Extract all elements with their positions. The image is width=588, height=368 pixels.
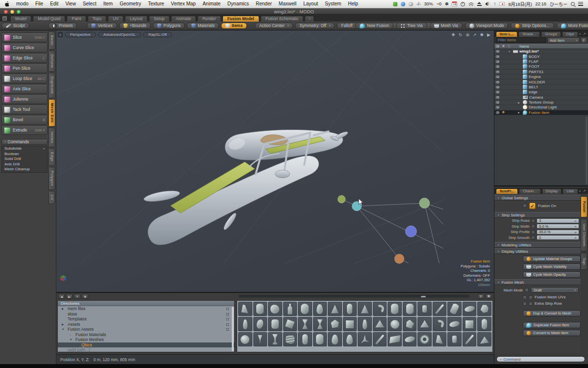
fusion-action-button[interactable]: Dup & Convert to Mesh	[523, 310, 581, 316]
panel-tab-icon[interactable]: +	[579, 32, 581, 36]
apple-icon[interactable]	[5, 1, 11, 7]
utility-button[interactable]: Cycle Mesh Opacity	[523, 271, 581, 278]
expand-arrow-icon[interactable]: ▶	[62, 323, 66, 326]
viewport-mode-pill[interactable]: RayGL:Off	[143, 32, 172, 37]
preset-thumbnail[interactable]	[343, 332, 357, 346]
status-item[interactable]	[401, 2, 405, 6]
viewport-menu-triangle[interactable]: ▼	[58, 32, 63, 37]
menu-item[interactable]: System	[321, 0, 344, 8]
menu-item[interactable]: Dynamics	[224, 0, 252, 8]
eye-icon[interactable]	[496, 91, 499, 93]
browser-nav-button[interactable]: ↰	[74, 294, 80, 299]
preset-thumbnail[interactable]	[343, 317, 357, 331]
preset-thumbnail[interactable]	[298, 332, 312, 346]
drag-handle-icon[interactable]	[226, 328, 229, 331]
preset-thumbnail[interactable]	[417, 302, 432, 316]
preset-thumbnail[interactable]	[477, 332, 491, 346]
status-item[interactable]	[485, 2, 490, 6]
layout-tab[interactable]: Fusion Model	[222, 16, 259, 22]
item-tree-row[interactable]: Camera	[494, 95, 588, 100]
channel-box[interactable]	[531, 236, 535, 239]
tool-button[interactable]: BevelB	[1, 115, 48, 125]
panel-tab[interactable]: Chann...	[519, 188, 540, 194]
preset-thumbnail[interactable]	[373, 317, 387, 331]
fusion-toolbar-button[interactable]: Tree Via	[396, 23, 427, 29]
layout-tab[interactable]: Topo	[88, 16, 106, 22]
section-fusion-mesh[interactable]: ▼Fusion Mesh	[494, 279, 581, 285]
directories-scrollbar[interactable]	[232, 307, 234, 351]
mesh-mode-dropdown[interactable]: Draft▾	[531, 287, 579, 293]
drag-handle-icon[interactable]	[226, 307, 229, 311]
preset-thumbnail[interactable]	[283, 302, 297, 316]
menu-item[interactable]: Geometry	[116, 0, 145, 8]
viewport-icon[interactable]: ↻	[459, 32, 463, 38]
preset-thumbnail[interactable]	[253, 332, 268, 346]
eye-icon[interactable]	[496, 101, 499, 104]
eye-icon[interactable]	[496, 50, 499, 53]
sidebar-category-tab[interactable]: Vertex	[49, 128, 55, 147]
item-tree-row[interactable]: edge	[494, 90, 588, 95]
browser-options-icon[interactable]: ✱	[486, 294, 492, 299]
item-tree-row[interactable]: FOOT	[494, 64, 588, 69]
status-item[interactable]: ひーちー	[550, 1, 567, 7]
properties-side-tab[interactable]: User Channels	[581, 219, 588, 251]
commands-header[interactable]: ▾Commands	[1, 139, 48, 145]
selection-mode-button[interactable]: +Bounds	[119, 23, 151, 29]
tool-button[interactable]: Pen Slice	[1, 63, 48, 73]
directory-row[interactable]: ▶ Assets	[58, 322, 234, 327]
drag-handle-icon[interactable]	[226, 313, 229, 316]
viewport-canvas[interactable]	[56, 30, 494, 292]
menu-item[interactable]: File	[32, 0, 47, 8]
section-display-utilities[interactable]: ▼Display Utilities	[494, 248, 581, 254]
sidebar-category-tab[interactable]: Mesh Edit	[49, 99, 55, 127]
fusion-toolbar-button[interactable]: New Fusion	[355, 23, 393, 29]
tool-dropdown-button[interactable]: Action Center▾	[255, 23, 293, 29]
sidebar-category-tab[interactable]: Basic	[49, 31, 55, 50]
menu-item[interactable]: Select	[79, 0, 100, 8]
status-item[interactable]: ~0	[437, 1, 441, 6]
status-item[interactable]: -/-	[416, 1, 421, 6]
menu-item[interactable]: Item	[100, 0, 116, 8]
sidebar-category-tab[interactable]: Edge	[49, 148, 55, 166]
menu-item[interactable]: Maxwell	[275, 0, 300, 8]
presets-scrollbar[interactable]	[239, 295, 469, 297]
status-item[interactable]	[499, 2, 505, 6]
tool-button[interactable]: SliceShift-C	[1, 32, 48, 42]
item-tree-row[interactable]: BELT	[494, 85, 588, 90]
eye-icon[interactable]	[496, 106, 499, 108]
preset-thumbnail[interactable]	[313, 317, 327, 331]
fusion-toolbar-button[interactable]: Strip Options...	[511, 23, 554, 29]
preset-thumbnail[interactable]	[403, 332, 417, 346]
command-menu-icon[interactable]: ▸	[500, 358, 502, 361]
utility-button[interactable]: Cycle Mesh Visibility	[523, 263, 581, 270]
selection-mode-button[interactable]: Polygons	[153, 23, 185, 29]
status-item[interactable]	[409, 2, 413, 6]
name-column-header[interactable]: Name	[519, 44, 529, 49]
sidebar-category-tab[interactable]: UV	[49, 191, 55, 204]
fusion-node-olive[interactable]	[338, 195, 345, 203]
sidebar-category-tab[interactable]: Deform	[49, 51, 55, 72]
section-strip-settings[interactable]: ▼Strip Settings	[494, 212, 581, 218]
scrollbar-thumb[interactable]	[421, 296, 426, 297]
command-item[interactable]: Solid Drill	[2, 157, 47, 162]
status-item[interactable]	[571, 2, 575, 6]
item-tree-row[interactable]: ▶ Texture Group	[494, 100, 588, 105]
panel-tab[interactable]: Shade...	[518, 31, 540, 37]
directory-row[interactable]: (add path...)	[58, 347, 234, 352]
popout-icon[interactable]: ↗	[583, 189, 586, 193]
item-tree-row[interactable]: ▼ wing2.lxo*	[494, 49, 588, 54]
preset-thumbnail[interactable]	[433, 302, 447, 316]
preset-thumbnail[interactable]	[328, 302, 342, 316]
panel-tab-icon[interactable]: ↗	[583, 32, 586, 36]
preset-thumbnail[interactable]	[283, 332, 297, 346]
preset-thumbnail[interactable]	[328, 317, 342, 331]
fusion-toolbar-button[interactable]: More Fusion...	[557, 23, 588, 29]
directory-row[interactable]: ▶ mem files	[58, 306, 234, 312]
eye-icon[interactable]	[496, 111, 499, 114]
menu-item[interactable]: Layout	[300, 0, 321, 8]
menu-item[interactable]: Animate	[199, 0, 224, 8]
section-modeling-utilities[interactable]: ▼Modeling Utilities	[494, 242, 581, 248]
drag-handle-icon[interactable]	[226, 317, 229, 321]
field-value-input[interactable]: 45.0 %◂▸	[537, 230, 579, 235]
layout-tab[interactable]: Model	[10, 16, 31, 22]
